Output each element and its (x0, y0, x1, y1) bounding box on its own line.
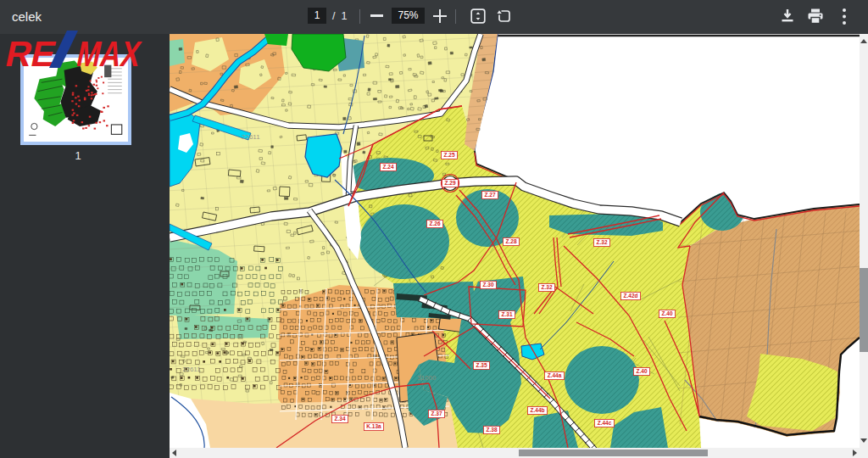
svg-text:Z.24: Z.24 (382, 164, 393, 170)
svg-text:Z.44b: Z.44b (531, 407, 545, 413)
svg-text:Z.35: Z.35 (476, 362, 487, 368)
svg-text:Z.32: Z.32 (596, 239, 607, 245)
svg-text:Z.38: Z.38 (486, 427, 497, 433)
svg-text:Z.27: Z.27 (484, 192, 495, 198)
svg-text:Z.40: Z.40 (636, 368, 647, 374)
svg-text:Z.32: Z.32 (541, 284, 552, 290)
svg-text:Z.40: Z.40 (661, 310, 672, 316)
svg-text:Z.26: Z.26 (429, 221, 440, 226)
svg-text:22611: 22611 (242, 133, 260, 141)
svg-text:Z.42d: Z.42d (624, 293, 638, 299)
svg-text:Z.28: Z.28 (505, 238, 516, 244)
svg-text:31000: 31000 (417, 374, 437, 382)
svg-text:Z.44c: Z.44c (598, 420, 612, 426)
svg-text:Z.37: Z.37 (431, 411, 442, 416)
svg-text:Z.30: Z.30 (482, 282, 493, 288)
svg-text:MAX: MAX (74, 34, 145, 72)
svg-text:K.13a: K.13a (366, 423, 381, 429)
svg-text:Z.44a: Z.44a (548, 372, 562, 378)
svg-text:Z.29: Z.29 (444, 180, 455, 186)
svg-text:22611: 22611 (182, 366, 201, 373)
svg-text:Z.25: Z.25 (443, 152, 454, 158)
svg-text:Z.31: Z.31 (501, 311, 512, 317)
svg-text:Z.34: Z.34 (334, 416, 345, 422)
